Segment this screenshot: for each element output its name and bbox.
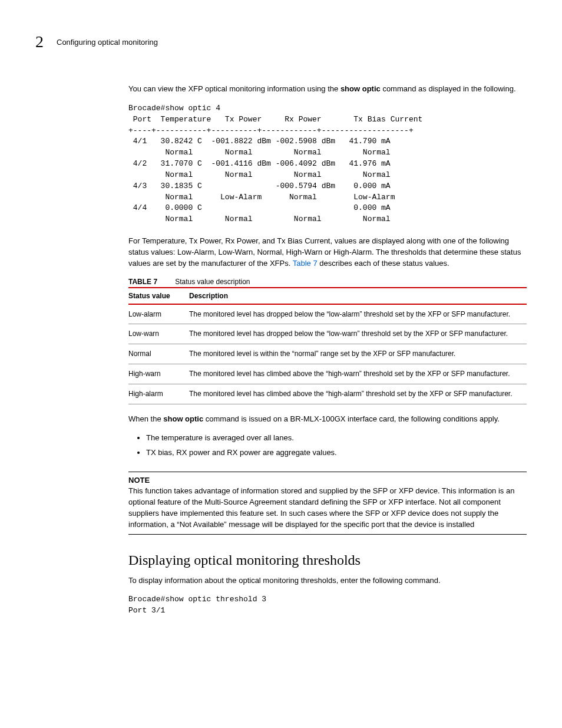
cli-output-show-optic: Brocade#show optic 4 Port Temperature Tx… (128, 103, 527, 225)
note-body: This function takes advantage of informa… (128, 486, 527, 530)
cell-desc: The monitored level has climbed above th… (189, 364, 527, 384)
chapter-title: Configuring optical monitoring (57, 38, 158, 47)
para2-text-b: describes each of these status values. (318, 259, 449, 268)
table-caption: TABLE 7Status value description (128, 278, 527, 286)
col-description: Description (189, 288, 527, 304)
table-row: High-alarm The monitored level has climb… (128, 384, 527, 404)
table-row: Low-warn The monitored level has dropped… (128, 324, 527, 344)
status-value-table: Status value Description Low-alarm The m… (128, 287, 527, 404)
status-values-paragraph: For Temperature, Tx Power, Rx Power, and… (128, 236, 527, 269)
conditions-paragraph: When the show optic command is issued on… (128, 414, 527, 425)
cell-status: High-warn (128, 364, 189, 384)
cell-desc: The monitored level has dropped below th… (189, 304, 527, 324)
cmd-show-optic: show optic (340, 84, 381, 93)
table-caption-text: Status value description (175, 278, 250, 286)
list-item: The temperature is averaged over all lan… (146, 433, 527, 444)
chapter-number: 2 (35, 32, 44, 51)
conditions-list: The temperature is averaged over all lan… (128, 433, 527, 459)
cell-status: Low-alarm (128, 304, 189, 324)
cell-desc: The monitored level has dropped below th… (189, 324, 527, 344)
cell-desc: The monitored level has climbed above th… (189, 384, 527, 404)
table-row: Normal The monitored level is within the… (128, 344, 527, 364)
section-heading-thresholds: Displaying optical monitoring thresholds (128, 552, 527, 568)
table-label: TABLE 7 (128, 278, 157, 286)
cli-output-show-optic-threshold: Brocade#show optic threshold 3 Port 3/1 (128, 594, 527, 617)
cmd-show-optic-2: show optic (163, 414, 203, 423)
list-item: TX bias, RX power and RX power are aggre… (146, 447, 527, 459)
para3-text-a: When the (128, 414, 163, 423)
note-rule-top (128, 472, 527, 472)
note-label: NOTE (128, 476, 527, 485)
cell-status: Low-warn (128, 324, 189, 344)
cell-desc: The monitored level is within the “norma… (189, 344, 527, 364)
table-7-link[interactable]: Table 7 (293, 259, 318, 268)
page-header: 2 Configuring optical monitoring (35, 32, 527, 51)
intro-text-b: command as displayed in the following. (381, 84, 516, 93)
cell-status: High-alarm (128, 384, 189, 404)
col-status-value: Status value (128, 288, 189, 304)
para3-text-b: command is issued on a BR-MLX-100GX inte… (203, 414, 500, 423)
cell-status: Normal (128, 344, 189, 364)
content-column: You can view the XFP optical monitoring … (128, 84, 527, 617)
thresholds-intro: To display information about the optical… (128, 575, 527, 587)
intro-text-a: You can view the XFP optical monitoring … (128, 84, 340, 93)
intro-paragraph: You can view the XFP optical monitoring … (128, 84, 527, 95)
table-row: Low-alarm The monitored level has droppe… (128, 304, 527, 324)
note-rule-bottom (128, 534, 527, 535)
table-row: High-warn The monitored level has climbe… (128, 364, 527, 384)
